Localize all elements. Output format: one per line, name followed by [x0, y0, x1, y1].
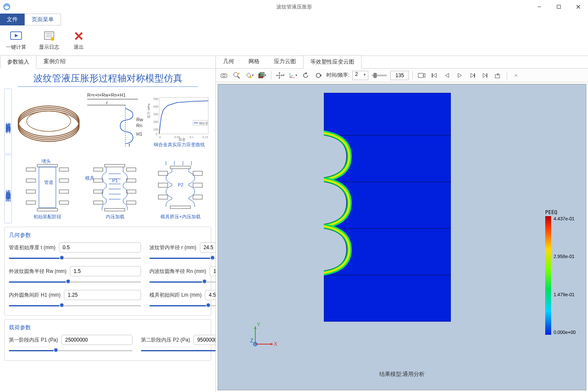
param-slider[interactable]: [9, 278, 141, 286]
tab-peeq[interactable]: 等效塑性应变云图: [303, 55, 362, 69]
svg-rect-84: [193, 171, 202, 175]
maximize-button[interactable]: [549, 0, 569, 14]
param-slider[interactable]: [141, 347, 216, 354]
param-row: 波纹管内半径 r (mm): [149, 242, 216, 262]
svg-text:✦: ✦: [237, 72, 240, 75]
svg-rect-2: [557, 5, 560, 8]
param-input[interactable]: [70, 266, 141, 276]
param-slider[interactable]: [149, 278, 216, 286]
chevron-down-icon: ▾: [364, 72, 366, 77]
cube-icon[interactable]: ▾: [257, 70, 268, 81]
param-input[interactable]: [61, 335, 133, 345]
exit-button[interactable]: 退出: [69, 28, 88, 53]
param-slider[interactable]: [149, 254, 216, 262]
axes-icon[interactable]: ▾: [287, 70, 298, 81]
menu-page[interactable]: 页面菜单: [25, 14, 61, 25]
viewport[interactable]: X Y Z PEEQ: [218, 84, 586, 390]
zoom-icon[interactable]: ✦: [231, 70, 242, 81]
refresh-icon[interactable]: [313, 70, 324, 81]
param-input[interactable]: [193, 335, 216, 345]
svg-rect-70: [127, 168, 136, 171]
param-input[interactable]: [64, 290, 141, 300]
svg-rect-135: [545, 216, 551, 335]
svg-rect-67: [94, 179, 103, 182]
log-icon: [42, 30, 56, 42]
param-input[interactable]: [210, 266, 216, 276]
prev-frame-icon[interactable]: [442, 70, 453, 81]
next-frame-icon[interactable]: [467, 70, 478, 81]
last-frame-icon[interactable]: [480, 70, 491, 81]
menu-file[interactable]: 文件: [0, 14, 25, 25]
left-tabs: 参数输入 案例介绍: [0, 56, 216, 69]
param-input[interactable]: [205, 290, 216, 300]
tab-stress[interactable]: 应力云图: [267, 55, 303, 68]
first-frame-icon[interactable]: [429, 70, 440, 81]
rotate-icon[interactable]: [300, 70, 311, 81]
svg-text:400: 400: [153, 105, 158, 108]
svg-text:500: 500: [153, 97, 158, 100]
svg-text:P1: P1: [112, 178, 118, 183]
svg-text:管道: 管道: [44, 180, 53, 185]
svg-rect-79: [170, 166, 190, 169]
svg-text:应变: 应变: [179, 138, 185, 142]
exit-icon: [72, 30, 86, 42]
param-slider[interactable]: [9, 302, 141, 309]
frame-slider[interactable]: [372, 75, 387, 76]
export-icon[interactable]: [492, 70, 503, 81]
compute-label: 一键计算: [6, 44, 26, 51]
svg-marker-98: [279, 72, 280, 73]
window-title: 波纹管液压胀形: [0, 3, 588, 11]
more-icon[interactable]: [511, 70, 522, 81]
svg-rect-72: [127, 190, 136, 193]
showlog-label: 显示日志: [39, 44, 59, 51]
param-label: 第二阶段内压 P2 (Pa): [141, 336, 190, 344]
svg-rect-46: [39, 167, 56, 208]
param-slider[interactable]: [149, 302, 216, 309]
color-legend: PEEQ: [545, 209, 576, 335]
ribbon: 一键计算 显示日志 退出: [0, 25, 588, 56]
svg-text:300: 300: [153, 113, 158, 116]
svg-point-11: [51, 37, 54, 41]
showlog-button[interactable]: 显示日志: [36, 28, 62, 53]
svg-marker-110: [433, 73, 436, 78]
time-select[interactable]: 2: [352, 71, 369, 80]
param-label: 外波纹圆角半径 Rw (mm): [9, 268, 66, 275]
param-slider[interactable]: [9, 347, 133, 354]
record-icon[interactable]: [416, 70, 427, 81]
tab-case-intro[interactable]: 案例介绍: [36, 55, 73, 68]
right-panel: ✦ ▾ ▾ ▾ ▾ 时间/频率: 2 ▾: [216, 69, 588, 392]
param-row: 第二阶段内压 P2 (Pa): [141, 335, 216, 354]
tab-param-input[interactable]: 参数输入: [0, 55, 36, 69]
svg-point-14: [18, 106, 79, 136]
svg-text:0: 0: [159, 136, 161, 139]
svg-marker-112: [458, 73, 461, 78]
svg-text:堵头: 堵头: [41, 158, 51, 164]
svg-marker-113: [471, 73, 474, 78]
legend-geom: 几何参数: [9, 231, 207, 239]
move-icon[interactable]: ▾: [275, 70, 286, 81]
svg-point-16: [18, 109, 79, 140]
titlebar: 波纹管液压胀形: [0, 0, 588, 14]
param-slider[interactable]: [9, 254, 141, 262]
axis-triad: X Y Z: [248, 322, 277, 352]
stage2-diagram: 模具 P1: [83, 158, 147, 214]
close-button[interactable]: [569, 0, 588, 14]
fea-contour-plot: [324, 93, 451, 322]
param-input[interactable]: [59, 242, 141, 253]
svg-marker-127: [271, 343, 273, 345]
compute-button[interactable]: 一键计算: [3, 28, 29, 53]
param-label: 第一阶段内压 P1 (Pa): [9, 336, 58, 344]
svg-text:0.15: 0.15: [202, 136, 208, 139]
tab-mesh[interactable]: 网格: [241, 55, 267, 68]
svg-text:Rn: Rn: [136, 123, 142, 128]
param-input[interactable]: [200, 242, 216, 253]
minimize-button[interactable]: [530, 0, 549, 14]
svg-marker-111: [445, 73, 449, 78]
bucket-icon[interactable]: ▾: [244, 70, 255, 81]
tab-geometry[interactable]: 几何: [216, 55, 241, 68]
camera-icon[interactable]: [218, 70, 229, 81]
play-icon[interactable]: [454, 70, 465, 81]
frame-input[interactable]: [390, 71, 409, 80]
svg-rect-86: [193, 195, 202, 199]
svg-text:Y: Y: [257, 322, 260, 328]
